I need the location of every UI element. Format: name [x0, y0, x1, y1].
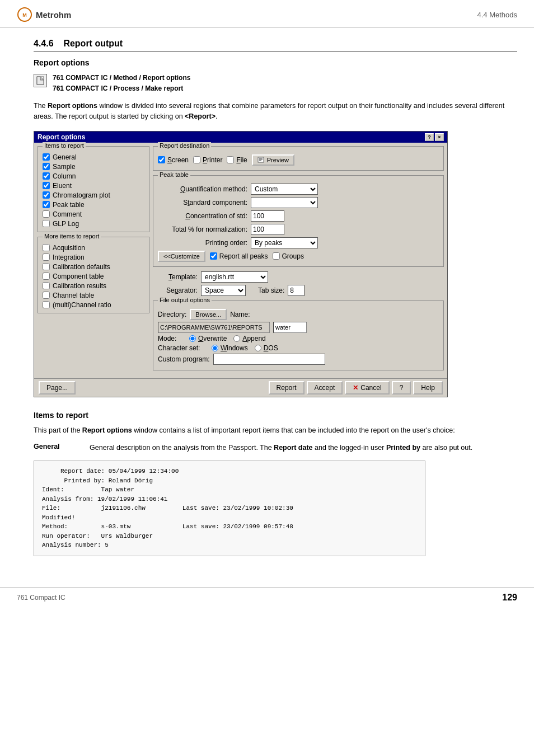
checkbox-component-table[interactable]: Component table [43, 273, 144, 280]
cancel-button[interactable]: ✕ Cancel [345, 381, 389, 395]
checkbox-cal-defaults-input[interactable] [43, 263, 50, 270]
file-checkbox-item[interactable]: File [227, 156, 247, 164]
checkbox-integration[interactable]: Integration [43, 253, 144, 261]
groups-label: Groups [282, 252, 304, 260]
checkbox-multichannel-label: (multi)Channel ratio [53, 301, 111, 309]
file-name-input[interactable] [273, 322, 307, 333]
checkbox-acquisition-input[interactable] [43, 244, 50, 251]
browse-button[interactable]: Browse... [190, 309, 227, 320]
charset-radio-group: Windows DOS [212, 344, 278, 352]
quant-method-select[interactable]: Custom [251, 184, 318, 195]
footer-help-button[interactable]: ? [392, 381, 411, 395]
svg-text:M: M [22, 12, 27, 18]
checkbox-general-input[interactable] [43, 153, 50, 161]
report-all-peaks-checkbox[interactable] [210, 252, 217, 260]
charset-label: Character set: [158, 344, 208, 352]
checkbox-comment[interactable]: Comment [43, 210, 144, 218]
checkbox-general[interactable]: General [43, 153, 144, 161]
template-select[interactable]: english.rtt [201, 271, 268, 283]
screen-checkbox-item[interactable]: Screen [158, 156, 189, 164]
checkbox-eluent-input[interactable] [43, 182, 50, 189]
code-line-6: Modified! [42, 513, 417, 523]
code-line-7: Method: s-03.mtw Last save: 23/02/1999 0… [42, 522, 417, 532]
checkbox-chromatogram-plot[interactable]: Chromatogram plot [43, 191, 144, 199]
file-checkbox[interactable] [227, 156, 234, 163]
dos-radio-item[interactable]: DOS [255, 344, 278, 352]
checkbox-calibration-results[interactable]: Calibration results [43, 282, 144, 290]
mode-row: Mode: Overwrite Append [158, 335, 439, 342]
overwrite-radio[interactable] [189, 335, 196, 342]
printer-label: Printer [203, 156, 222, 164]
overwrite-radio-item[interactable]: Overwrite [189, 335, 227, 342]
checkbox-chromatogram-input[interactable] [43, 191, 50, 199]
checkbox-sample[interactable]: Sample [43, 163, 144, 171]
general-definition: General description on the analysis from… [90, 443, 517, 453]
checkbox-multichannel-input[interactable] [43, 301, 50, 308]
separator-select[interactable]: Space [201, 285, 246, 296]
report-all-peaks-label: Report all peaks [219, 252, 268, 260]
page-button[interactable]: Page... [39, 381, 76, 395]
customize-button[interactable]: <<Customize [158, 251, 205, 262]
page-header: M Metrohm 4.4 Methods [0, 0, 534, 27]
preview-button[interactable]: Preview [252, 154, 294, 166]
footer-help-label-button[interactable]: Help [413, 381, 443, 395]
groups-checkbox[interactable] [273, 252, 280, 260]
checkbox-glp-input[interactable] [43, 220, 50, 227]
checkbox-cal-results-input[interactable] [43, 282, 50, 289]
cancel-x-icon: ✕ [353, 384, 358, 392]
more-items-group: More items to report Acquisition Integra… [38, 237, 149, 313]
total-pct-input[interactable] [251, 224, 284, 235]
checkbox-channel-table[interactable]: Channel table [43, 292, 144, 299]
accept-button[interactable]: Accept [307, 381, 343, 395]
dialog-close-button[interactable]: × [435, 133, 444, 141]
screen-label: Screen [167, 156, 189, 164]
std-component-label: Standard component: [158, 199, 247, 206]
section-title: Report output [63, 39, 123, 48]
printing-order-select[interactable]: By peaks [251, 237, 318, 248]
checkbox-multichannel-ratio[interactable]: (multi)Channel ratio [43, 301, 144, 309]
checkbox-calibration-defaults[interactable]: Calibration defaults [43, 263, 144, 271]
items-table: General General description on the analy… [34, 443, 517, 453]
checkbox-eluent[interactable]: Eluent [43, 182, 144, 190]
conc-std-input[interactable] [251, 210, 284, 222]
report-all-peaks-item[interactable]: Report all peaks [210, 252, 268, 260]
checkbox-peak-table[interactable]: Peak table [43, 201, 144, 209]
checkbox-glp-log[interactable]: GLP Log [43, 220, 144, 228]
windows-label: Windows [221, 344, 248, 352]
subsection-heading: Report options [34, 58, 517, 67]
checkbox-peak-table-input[interactable] [43, 201, 50, 208]
directory-path-input[interactable] [158, 322, 270, 333]
checkbox-component-input[interactable] [43, 273, 50, 280]
printing-order-label: Printing order: [158, 239, 247, 247]
append-radio-item[interactable]: Append [233, 335, 265, 342]
screen-checkbox[interactable] [158, 156, 165, 163]
append-radio[interactable] [233, 335, 240, 342]
mode-label: Mode: [158, 335, 186, 342]
tabsize-input[interactable] [288, 285, 305, 296]
dos-radio[interactable] [255, 345, 261, 351]
printer-checkbox[interactable] [193, 156, 200, 163]
windows-radio-item[interactable]: Windows [212, 344, 248, 352]
footer-left: Page... [39, 381, 76, 395]
checkbox-integration-input[interactable] [43, 253, 50, 261]
file-output-label: File output options [158, 297, 212, 303]
report-button[interactable]: Report [269, 381, 305, 395]
checkbox-column-input[interactable] [43, 172, 50, 180]
std-component-select[interactable] [251, 197, 318, 208]
checkbox-comment-input[interactable] [43, 210, 50, 218]
checkbox-channel-input[interactable] [43, 292, 50, 299]
custom-program-input[interactable] [213, 354, 325, 365]
windows-radio[interactable] [212, 345, 218, 351]
dialog-help-button[interactable]: ? [425, 133, 434, 141]
cancel-label: Cancel [360, 384, 381, 392]
file-label: File [236, 156, 247, 164]
groups-item[interactable]: Groups [273, 252, 304, 260]
printer-checkbox-item[interactable]: Printer [193, 156, 222, 164]
checkbox-acquisition[interactable]: Acquisition [43, 244, 144, 252]
checkbox-channel-label: Channel table [53, 292, 94, 299]
destination-row: Screen Printer File [158, 154, 439, 166]
checkbox-sample-input[interactable] [43, 163, 50, 170]
charset-row: Character set: Windows DOS [158, 344, 439, 352]
checkbox-eluent-label: Eluent [53, 182, 72, 190]
checkbox-column[interactable]: Column [43, 172, 144, 180]
